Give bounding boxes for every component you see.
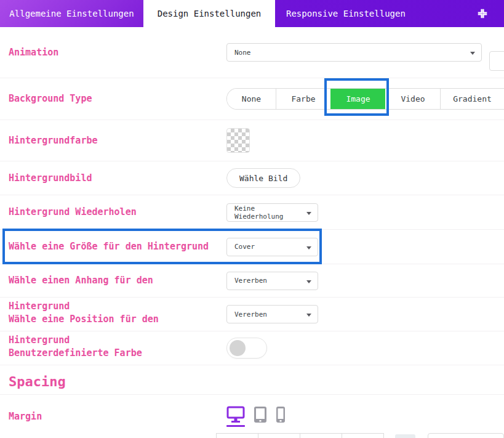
chevron-down-icon bbox=[306, 314, 311, 317]
background-position-select[interactable]: Vererben bbox=[226, 305, 318, 323]
background-size-select[interactable]: Cover bbox=[226, 238, 318, 256]
tab-label: Responsive Einstellugen bbox=[286, 9, 406, 18]
background-size-label: Wähle eine Größe für den Hintergrund bbox=[9, 240, 226, 253]
margin-input-top[interactable] bbox=[216, 433, 258, 438]
margin-unit-select[interactable] bbox=[428, 433, 504, 438]
animation-extra-input[interactable] bbox=[489, 51, 504, 71]
section-spacing: Spacing bbox=[0, 365, 504, 395]
active-device-underline bbox=[226, 425, 245, 427]
mobile-icon bbox=[276, 406, 286, 423]
margin-label: Margin bbox=[9, 410, 226, 423]
background-position-label: Hintergrund Wähle eine Position für den bbox=[9, 298, 226, 326]
choose-image-button[interactable]: Wähle Bild bbox=[226, 168, 300, 188]
settings-panel: Allgemeine Einstellungen Design Einstell… bbox=[0, 0, 504, 438]
tab-label: Design Einstellungen bbox=[158, 9, 262, 18]
toggle-knob bbox=[230, 340, 246, 356]
custom-color-label: Hintergrund Benutzerdefinierte Farbe bbox=[9, 331, 226, 360]
margin-link-values-button[interactable] bbox=[395, 434, 415, 438]
tab-design-einstellungen[interactable]: Design Einstellungen bbox=[143, 0, 275, 27]
row-margin: Margin bbox=[0, 395, 504, 438]
bgtype-option-gradient[interactable]: Gradient bbox=[440, 89, 504, 109]
compress-icon[interactable] bbox=[474, 6, 490, 22]
chevron-down-icon bbox=[306, 212, 311, 215]
background-repeat-select[interactable]: Keine Wiederholung bbox=[226, 203, 318, 222]
margin-input-bottom[interactable] bbox=[300, 433, 342, 438]
background-color-label: Hintergrundfarbe bbox=[9, 134, 226, 147]
row-background-position: Hintergrund Wähle eine Position für den … bbox=[0, 298, 504, 331]
background-image-label: Hintergrundbild bbox=[9, 172, 226, 185]
row-background-attachment: Wähle einen Anhang für den Vererben bbox=[0, 264, 504, 298]
background-type-group: None Farbe Image Video Gradient bbox=[226, 88, 504, 110]
margin-input-left[interactable] bbox=[342, 433, 384, 438]
color-swatch-transparent[interactable] bbox=[226, 128, 250, 153]
device-mobile-button[interactable] bbox=[276, 406, 286, 423]
settings-tabbar: Allgemeine Einstellungen Design Einstell… bbox=[0, 0, 504, 27]
chevron-down-icon bbox=[306, 246, 311, 249]
row-background-color: Hintergrundfarbe bbox=[0, 120, 504, 161]
device-desktop-button[interactable] bbox=[226, 406, 245, 427]
bgtype-option-none[interactable]: None bbox=[227, 89, 276, 109]
tab-allgemeine-einstellungen[interactable]: Allgemeine Einstellungen bbox=[0, 0, 143, 27]
row-background-size: Wähle eine Größe für den Hintergrund Cov… bbox=[0, 230, 504, 264]
custom-color-toggle[interactable] bbox=[226, 338, 267, 359]
row-custom-color: Hintergrund Benutzerdefinierte Farbe bbox=[0, 331, 504, 365]
row-animation: Animation None bbox=[0, 27, 504, 78]
spacing-title: Spacing bbox=[9, 374, 66, 389]
background-attachment-label: Wähle einen Anhang für den bbox=[9, 274, 226, 287]
desktop-icon bbox=[226, 406, 245, 423]
row-background-repeat: Hintergrund Wiederholen Keine Wiederholu… bbox=[0, 195, 504, 230]
background-attachment-select[interactable]: Vererben bbox=[226, 272, 318, 290]
chevron-down-icon bbox=[470, 52, 475, 55]
animation-label: Animation bbox=[9, 46, 226, 59]
chevron-down-icon bbox=[306, 280, 311, 283]
animation-value: None bbox=[234, 49, 251, 57]
margin-input-right[interactable] bbox=[258, 433, 300, 438]
animation-select[interactable]: None bbox=[226, 43, 482, 62]
margin-value-inputs bbox=[216, 433, 384, 438]
device-tablet-button[interactable] bbox=[254, 406, 267, 423]
bgtype-option-image[interactable]: Image bbox=[330, 89, 385, 109]
background-repeat-label: Hintergrund Wiederholen bbox=[9, 206, 226, 219]
tab-label: Allgemeine Einstellungen bbox=[9, 9, 134, 18]
row-background-image: Hintergrundbild Wähle Bild bbox=[0, 161, 504, 195]
bgtype-option-farbe[interactable]: Farbe bbox=[276, 89, 330, 109]
device-switcher bbox=[226, 406, 286, 427]
row-background-type: Background Type None Farbe Image Video G… bbox=[0, 78, 504, 120]
bgtype-option-video[interactable]: Video bbox=[385, 89, 440, 109]
tab-responsive-einstellungen[interactable]: Responsive Einstellugen bbox=[275, 0, 504, 27]
background-type-label: Background Type bbox=[9, 92, 226, 105]
tablet-icon bbox=[254, 406, 267, 423]
